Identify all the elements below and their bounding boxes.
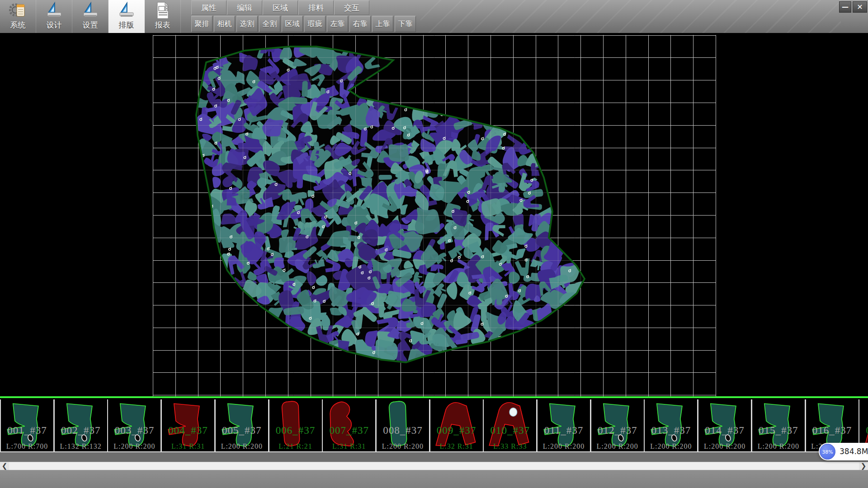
piece-label: 009_#37: [430, 425, 483, 436]
piece-lr-count: L:31 R:31: [323, 442, 375, 450]
piece-lr-count: L:32 R:31: [430, 442, 483, 450]
piece-lr-count: L:200 R:200: [216, 442, 268, 450]
piece-label: 003_#37: [108, 425, 160, 436]
tool-button-6[interactable]: 瑕疵: [304, 16, 326, 32]
piece-shape: [57, 400, 104, 447]
piece-thumbnail-panel: 001_#37L:700 R:700002_#37L:132 R:132003_…: [0, 399, 868, 452]
tool-button-8[interactable]: 右靠: [349, 16, 371, 32]
nesting-canvas[interactable]: [0, 33, 868, 396]
piece-shape: [379, 400, 426, 447]
system-gear-icon: [0, 1, 36, 19]
scroll-left-arrow[interactable]: ❮: [0, 462, 9, 470]
piece-thumbnail-4[interactable]: 004_#37L:31 R:31: [162, 399, 214, 451]
piece-shape: [111, 400, 158, 447]
piece-lr-count: L:700 R:700: [1, 442, 53, 450]
piece-lr-count: L:200 R:200: [538, 442, 590, 450]
app-button-3[interactable]: 设置: [72, 0, 108, 33]
minimize-button[interactable]: —: [839, 1, 851, 13]
piece-shape: [809, 400, 856, 447]
piece-label: 005_#37: [216, 425, 268, 436]
report-doc-icon: [145, 1, 180, 19]
status-bar: [0, 470, 868, 488]
set-square-icon: [36, 1, 72, 19]
piece-label: 011_#37: [538, 425, 590, 436]
piece-shape: [165, 400, 212, 447]
piece-lr-count: L:200 R:200: [752, 442, 805, 450]
piece-shape: [862, 400, 868, 447]
app-window: 系统设计设置排版报表 属性编辑区域排料交互 聚排相机选割全割区域瑕疵左靠右靠上靠…: [0, 0, 868, 488]
titlebar-texture: [420, 0, 841, 33]
horizontal-scrollbar[interactable]: ❮ ❯: [0, 462, 868, 470]
tool-button-9[interactable]: 上靠: [372, 16, 393, 32]
piece-label: 014_#37: [698, 425, 751, 436]
piece-label: 001_#37: [1, 425, 53, 436]
piece-thumbnail-9[interactable]: 009_#37L:32 R:31: [430, 399, 483, 451]
progress-badge: 38% 384.8M: [819, 443, 868, 460]
piece-thumbnail-10[interactable]: 010_#37L:33 R:33: [484, 399, 536, 451]
piece-thumbnail-5[interactable]: 005_#37L:200 R:200: [216, 399, 268, 451]
piece-thumbnail-7[interactable]: 007_#37L:31 R:31: [323, 399, 375, 451]
piece-shape: [755, 400, 802, 447]
menu-tab-4[interactable]: 排料: [298, 0, 334, 15]
piece-shape: [594, 400, 641, 447]
menu-tab-1[interactable]: 属性: [191, 0, 226, 15]
set-square-icon: [108, 1, 144, 19]
piece-thumbnail-11[interactable]: 011_#37L:200 R:200: [538, 399, 590, 451]
menu-tab-5[interactable]: 交互: [334, 0, 369, 15]
piece-shape: [218, 400, 265, 447]
piece-lr-count: L:200 R:200: [645, 442, 697, 450]
piece-label: 015_#37: [752, 425, 805, 436]
set-square-icon: [72, 1, 108, 19]
piece-lr-count: L:200 R:200: [377, 442, 429, 450]
piece-label: 002_#37: [55, 425, 107, 436]
app-button-5[interactable]: 报表: [145, 0, 181, 33]
tool-button-2[interactable]: 相机: [214, 16, 235, 32]
piece-thumbnail-12[interactable]: 012_#37L:200 R:200: [591, 399, 644, 451]
menu-tab-row: 属性编辑区域排料交互: [191, 0, 370, 15]
piece-shape: [486, 400, 533, 447]
piece-thumbnail-3[interactable]: 003_#37L:200 R:200: [108, 399, 160, 451]
piece-label: 008_#37: [377, 425, 429, 436]
memory-usage-label: 384.8M: [840, 447, 868, 456]
tool-button-10[interactable]: 下靠: [395, 16, 416, 32]
app-button-label: 设计: [36, 20, 72, 30]
tool-button-5[interactable]: 区域: [282, 16, 303, 32]
close-button[interactable]: ✕: [853, 1, 867, 13]
piece-shape: [647, 400, 694, 447]
main-toolbar: 系统设计设置排版报表 属性编辑区域排料交互 聚排相机选割全割区域瑕疵左靠右靠上靠…: [0, 0, 868, 33]
piece-lr-count: L:132 R:132: [55, 442, 107, 450]
piece-label: 013_#37: [645, 425, 697, 436]
piece-label: 017_#37: [859, 425, 868, 436]
piece-thumbnail-1[interactable]: 001_#37L:700 R:700: [1, 399, 53, 451]
piece-shape: [701, 400, 748, 447]
app-button-1[interactable]: 系统: [0, 0, 36, 33]
app-button-2[interactable]: 设计: [36, 0, 72, 33]
app-button-4[interactable]: 排版: [108, 0, 145, 33]
piece-thumbnail-13[interactable]: 013_#37L:200 R:200: [645, 399, 697, 451]
piece-thumbnail-6[interactable]: 006_#37L:21 R:21: [269, 399, 322, 451]
piece-label: 016_#37: [806, 425, 859, 436]
piece-shape: [272, 400, 319, 447]
tool-button-1[interactable]: 聚排: [191, 16, 212, 32]
piece-thumbnail-8[interactable]: 008_#37L:200 R:200: [377, 399, 429, 451]
piece-lr-count: L:200 R:200: [591, 442, 644, 450]
app-button-label: 设置: [72, 20, 108, 30]
app-button-label: 排版: [108, 20, 144, 30]
piece-thumbnail-15[interactable]: 015_#37L:200 R:200: [752, 399, 805, 451]
piece-shape: [540, 400, 587, 447]
tool-button-4[interactable]: 全割: [259, 16, 280, 32]
piece-thumbnail-2[interactable]: 002_#37L:132 R:132: [55, 399, 107, 451]
progress-percent-circle: 38%: [820, 444, 835, 460]
piece-label: 010_#37: [484, 425, 536, 436]
tool-button-row: 聚排相机选割全割区域瑕疵左靠右靠上靠下靠: [191, 16, 417, 32]
piece-thumbnail-14[interactable]: 014_#37L:200 R:200: [698, 399, 751, 451]
piece-label: 006_#37: [269, 425, 322, 436]
tool-button-3[interactable]: 选割: [236, 16, 258, 32]
scroll-right-arrow[interactable]: ❯: [859, 462, 868, 470]
piece-label: 012_#37: [591, 425, 644, 436]
menu-tab-2[interactable]: 编辑: [227, 0, 262, 15]
app-button-label: 报表: [145, 20, 180, 30]
tool-button-7[interactable]: 左靠: [327, 16, 348, 32]
menu-tab-3[interactable]: 区域: [263, 0, 298, 15]
piece-lr-count: L:200 R:200: [698, 442, 751, 450]
